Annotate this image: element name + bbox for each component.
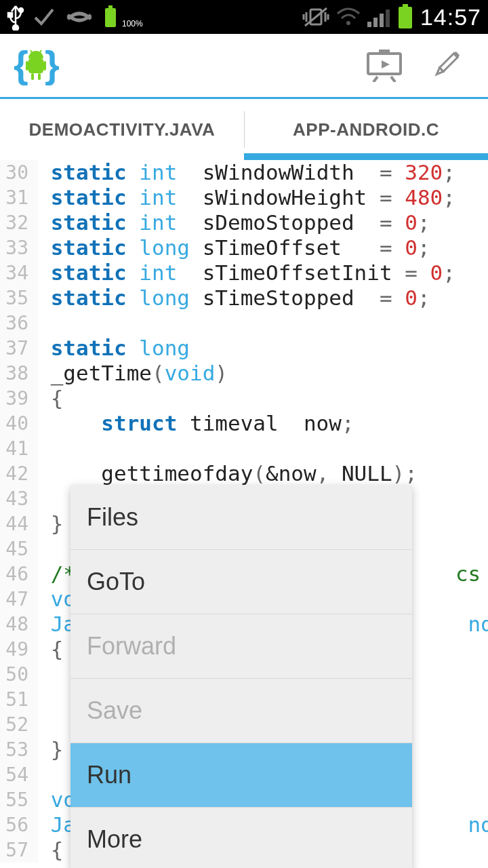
battery-percent-label: 100%	[122, 19, 143, 28]
code-content	[38, 311, 51, 336]
line-number: 54	[0, 762, 38, 787]
svg-rect-10	[380, 14, 384, 27]
code-line[interactable]: 40 struct timeval now;	[0, 411, 488, 436]
line-number: 47	[0, 587, 38, 612]
line-number: 43	[0, 486, 38, 511]
app-action-bar: { }	[0, 34, 488, 99]
code-line[interactable]: 38 _getTime(void)	[0, 361, 488, 386]
line-number: 53	[0, 737, 38, 762]
svg-rect-18	[31, 73, 34, 80]
battery-icon	[397, 4, 413, 30]
svg-text:}: }	[45, 43, 60, 85]
line-number: 51	[0, 687, 38, 712]
code-content	[38, 436, 51, 461]
code-content: _getTime(void)	[38, 361, 228, 386]
svg-line-6	[305, 8, 327, 26]
svg-rect-9	[373, 18, 378, 27]
code-content: static long sTimeStopped = 0;	[38, 285, 430, 311]
line-number: 30	[0, 160, 38, 185]
line-number: 42	[0, 461, 38, 486]
clock-label: 14:57	[420, 4, 481, 31]
app-logo-icon: { }	[12, 42, 60, 90]
line-number: 55	[0, 787, 38, 812]
usb-icon	[7, 3, 24, 31]
pencil-icon	[428, 48, 463, 83]
code-line[interactable]: 39 {	[0, 386, 488, 411]
code-line[interactable]: 37 static long	[0, 336, 488, 361]
tab-app-android-c[interactable]: APP-ANDROID.C	[244, 99, 488, 160]
code-content: {	[38, 837, 63, 863]
wifi-icon	[336, 7, 361, 27]
code-content: static int sDemoStopped = 0;	[38, 210, 430, 235]
code-content: static int sWindowWidth = 320;	[38, 160, 455, 185]
menu-item-label: Save	[87, 696, 142, 725]
line-number: 41	[0, 436, 38, 461]
battery-small-icon	[103, 5, 118, 28]
code-line[interactable]: 35 static long sTimeStopped = 0;	[0, 285, 488, 311]
menu-item-more[interactable]: More	[70, 807, 412, 868]
menu-item-label: More	[87, 825, 142, 854]
tab-demoactivity-java[interactable]: DEMOACTIVITY.JAVA	[0, 99, 244, 160]
edit-button[interactable]	[415, 42, 476, 90]
tab-label: APP-ANDROID.C	[293, 119, 439, 140]
menu-item-label: Run	[87, 761, 131, 789]
line-number: 39	[0, 386, 38, 411]
code-content: }	[38, 511, 63, 536]
svg-rect-13	[403, 4, 408, 7]
code-line[interactable]: 42 gettimeofday(&now, NULL);	[0, 461, 488, 486]
svg-point-2	[13, 25, 18, 31]
code-line[interactable]: 31 static int sWindowHeight = 480;	[0, 185, 488, 210]
line-number: 38	[0, 361, 38, 386]
menu-item-forward: Forward	[70, 614, 412, 678]
android-status-bar: 100% 14:57	[0, 0, 488, 34]
line-number: 57	[0, 837, 38, 863]
svg-rect-16	[26, 61, 28, 71]
code-line[interactable]: 36	[0, 311, 488, 336]
presentation-button[interactable]	[354, 42, 415, 90]
sync-icon	[64, 5, 95, 28]
code-content	[38, 687, 51, 712]
menu-item-run[interactable]: Run	[70, 743, 412, 807]
svg-rect-15	[28, 58, 43, 73]
code-content: static int sTimeOffsetInit = 0;	[38, 260, 455, 285]
vibrate-icon	[302, 5, 329, 28]
line-number: 49	[0, 637, 38, 662]
svg-rect-3	[105, 8, 116, 27]
line-number: 50	[0, 662, 38, 687]
code-content	[38, 662, 51, 687]
signal-icon	[367, 7, 390, 27]
menu-item-files[interactable]: Files	[70, 485, 412, 549]
line-number: 37	[0, 336, 38, 361]
code-line[interactable]: 33 static long sTimeOffset = 0;	[0, 235, 488, 260]
menu-item-save: Save	[70, 678, 412, 743]
menu-item-label: GoTo	[87, 568, 145, 596]
code-content	[38, 536, 51, 561]
line-number: 45	[0, 536, 38, 561]
svg-rect-24	[379, 50, 390, 54]
code-content: static long	[38, 336, 190, 361]
code-line[interactable]: 34 static int sTimeOffsetInit = 0;	[0, 260, 488, 285]
code-line[interactable]: 32 static int sDemoStopped = 0;	[0, 210, 488, 235]
menu-item-label: Forward	[87, 632, 176, 660]
svg-rect-11	[386, 9, 390, 27]
code-content: {	[38, 637, 63, 662]
line-number: 36	[0, 311, 38, 336]
code-line[interactable]: 41	[0, 436, 488, 461]
svg-rect-4	[108, 5, 113, 8]
line-number: 34	[0, 260, 38, 285]
presentation-icon	[365, 50, 403, 82]
code-content: static int sWindowHeight = 480;	[38, 185, 455, 210]
context-menu: Files GoTo Forward Save Run More	[70, 485, 412, 868]
svg-point-0	[19, 8, 23, 12]
menu-item-label: Files	[87, 503, 138, 532]
code-content	[38, 712, 51, 737]
svg-rect-1	[8, 13, 12, 17]
code-line[interactable]: 30 static int sWindowWidth = 320;	[0, 160, 488, 185]
line-number: 40	[0, 411, 38, 436]
code-content: gettimeofday(&now, NULL);	[38, 461, 418, 486]
menu-item-goto[interactable]: GoTo	[70, 549, 412, 614]
code-content: {	[38, 386, 63, 411]
code-content	[38, 762, 51, 787]
code-content: }	[38, 737, 63, 762]
line-number: 52	[0, 712, 38, 737]
